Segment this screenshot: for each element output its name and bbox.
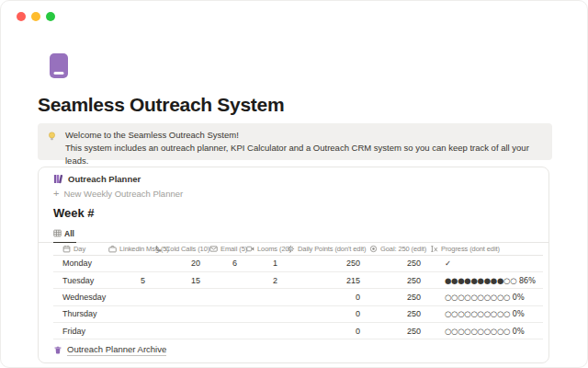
cell-progress[interactable]: ○○○○○○○○○○ 0% — [426, 306, 543, 322]
column-header-cold-calls[interactable]: Cold Calls (10) — [151, 243, 206, 255]
cell-goal[interactable]: 250 — [366, 272, 426, 288]
envelope-icon — [209, 245, 218, 253]
cell-linkedin[interactable] — [105, 323, 151, 339]
cell-looms[interactable]: 1 — [243, 256, 283, 271]
cell-daily-points[interactable]: 215 — [283, 272, 366, 288]
table-row: Thursday 0 250 ○○○○○○○○○○ 0% — [53, 306, 543, 323]
cell-progress[interactable]: ○○○○○○○○○○ 0% — [426, 289, 543, 305]
table-row: Tuesday 5 15 2 215 250 ●●●●●●●●●○○ 86% — [53, 272, 543, 289]
cell-day[interactable]: Wednesday — [53, 289, 105, 305]
cell-looms[interactable] — [243, 289, 283, 305]
cell-daily-points[interactable]: 0 — [283, 306, 366, 322]
page-title: Seamless Outreach System — [38, 94, 284, 116]
cell-goal[interactable]: 250 — [366, 256, 426, 271]
table-grid-icon — [53, 229, 62, 237]
column-header-email[interactable]: Email (5) — [206, 243, 243, 255]
callout-line1: Welcome to the Seamless Outreach System! — [65, 129, 543, 142]
cell-email[interactable] — [206, 272, 243, 288]
table-row: Wednesday 0 250 ○○○○○○○○○○ 0% — [53, 289, 543, 305]
close-button[interactable] — [17, 12, 26, 21]
cell-email[interactable] — [206, 289, 243, 305]
tab-all[interactable]: All — [53, 227, 76, 243]
trash-icon — [53, 345, 62, 355]
plus-icon: + — [53, 190, 59, 198]
planner-title: Outreach Planner — [68, 174, 141, 184]
cell-daily-points[interactable]: 0 — [283, 289, 366, 305]
table-row: Monday 20 6 1 250 250 ✓ — [53, 256, 543, 272]
cell-cold-calls[interactable] — [151, 323, 206, 339]
cell-linkedin[interactable]: 5 — [105, 272, 151, 288]
week-heading: Week # — [39, 206, 548, 220]
column-header-looms[interactable]: Looms (20) — [243, 243, 283, 255]
video-icon — [246, 245, 254, 253]
archive-link[interactable]: Outreach Planner Archive — [39, 339, 548, 362]
column-header-day[interactable]: Day — [53, 243, 105, 255]
books-icon — [53, 174, 63, 184]
cell-linkedin[interactable] — [105, 256, 151, 271]
column-header-progress[interactable]: Progress (dont edit) — [426, 243, 543, 255]
phone-icon — [154, 245, 163, 253]
column-header-daily-points[interactable]: Daily Points (don't edit) — [283, 243, 366, 255]
cell-cold-calls[interactable] — [151, 289, 206, 305]
notion-window: Seamless Outreach System Welcome to the … — [0, 0, 588, 368]
cell-email[interactable]: 6 — [206, 256, 243, 271]
window-controls — [17, 12, 55, 21]
table-header-row: Day Linkedin Msg (5) Cold Calls (10) — [53, 243, 543, 256]
planner-header[interactable]: Outreach Planner — [39, 174, 548, 184]
planner-table: Day Linkedin Msg (5) Cold Calls (10) — [39, 243, 548, 340]
cell-email[interactable] — [206, 323, 243, 339]
cell-cold-calls[interactable] — [151, 306, 206, 322]
column-header-goal[interactable]: Goal: 250 (edit) — [366, 243, 426, 255]
table-row: Friday 0 250 ○○○○○○○○○○ 0% — [53, 323, 543, 339]
new-button-label: New Weekly Outreach Planner — [63, 189, 183, 199]
gear-icon — [287, 245, 295, 253]
cell-day[interactable]: Tuesday — [53, 272, 105, 288]
cell-daily-points[interactable]: 250 — [283, 256, 366, 271]
callout-line2: This system includes an outreach planner… — [65, 142, 543, 167]
cell-day[interactable]: Monday — [53, 256, 105, 271]
minimize-button[interactable] — [31, 12, 40, 21]
target-icon — [369, 245, 378, 253]
tab-all-label: All — [64, 229, 74, 238]
cell-looms[interactable]: 2 — [243, 272, 283, 288]
purple-notebook-icon[interactable] — [50, 53, 68, 78]
formula-icon — [430, 245, 438, 253]
cell-goal[interactable]: 250 — [366, 306, 426, 322]
cell-progress[interactable]: ●●●●●●●●●○○ 86% — [426, 272, 543, 288]
cell-goal[interactable]: 250 — [366, 323, 426, 339]
cell-looms[interactable] — [243, 323, 283, 339]
new-weekly-planner-button[interactable]: + New Weekly Outreach Planner — [39, 189, 548, 199]
cell-day[interactable]: Friday — [53, 323, 105, 339]
cell-cold-calls[interactable]: 15 — [151, 272, 206, 288]
calendar-icon — [62, 245, 71, 253]
outreach-planner-section: Outreach Planner + New Weekly Outreach P… — [38, 167, 549, 363]
cell-progress[interactable]: ○○○○○○○○○○ 0% — [426, 323, 543, 339]
cell-looms[interactable] — [243, 306, 283, 322]
cell-linkedin[interactable] — [105, 289, 151, 305]
cell-cold-calls[interactable]: 20 — [151, 256, 206, 271]
zoom-button[interactable] — [46, 12, 55, 21]
view-tabbar: All — [39, 224, 548, 243]
column-header-linkedin[interactable]: Linkedin Msg (5) — [105, 243, 151, 255]
welcome-callout: Welcome to the Seamless Outreach System!… — [38, 123, 552, 160]
cell-day[interactable]: Thursday — [53, 306, 105, 322]
lightbulb-icon — [47, 131, 57, 142]
cell-daily-points[interactable]: 0 — [283, 323, 366, 339]
cell-email[interactable] — [206, 306, 243, 322]
cell-progress[interactable]: ✓ — [426, 256, 543, 271]
archive-link-label: Outreach Planner Archive — [67, 344, 166, 356]
briefcase-icon — [108, 245, 117, 253]
cell-goal[interactable]: 250 — [366, 289, 426, 305]
cell-linkedin[interactable] — [105, 306, 151, 322]
